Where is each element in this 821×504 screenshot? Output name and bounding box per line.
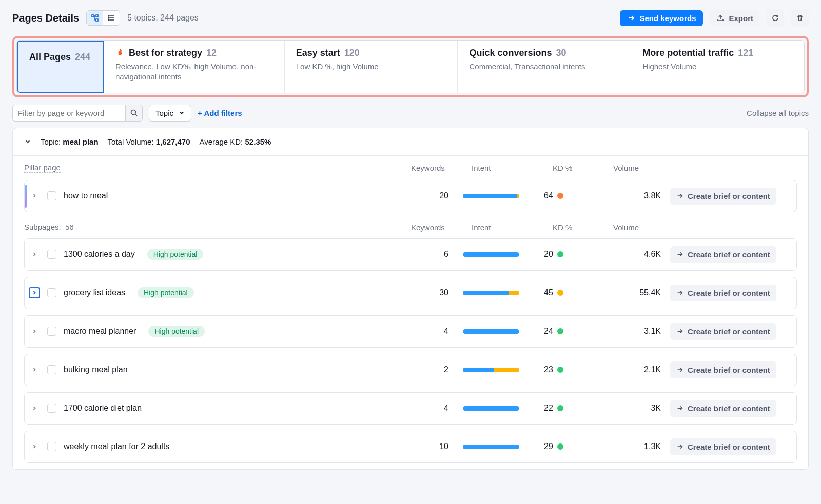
refresh-button[interactable] bbox=[767, 9, 784, 27]
table-row: 1700 calorie diet plan 4 22 3K Create br… bbox=[24, 392, 797, 425]
create-brief-button[interactable]: Create brief or content bbox=[670, 438, 776, 455]
view-tree-button[interactable] bbox=[87, 11, 103, 25]
tab-best-title: Best for strategy bbox=[129, 48, 202, 58]
tab-quick-conversions[interactable]: Quick conversions 30 Commercial, Transac… bbox=[458, 41, 631, 93]
keywords-count: 4 bbox=[402, 327, 459, 336]
expand-toggle[interactable] bbox=[29, 249, 40, 260]
kd-dot bbox=[557, 290, 563, 296]
search-input[interactable] bbox=[12, 105, 125, 122]
page-name[interactable]: grocery list ideas bbox=[64, 288, 125, 297]
chevron-right-icon bbox=[31, 328, 37, 334]
row-checkbox[interactable] bbox=[47, 442, 56, 451]
intent-bar bbox=[463, 368, 519, 372]
keywords-count: 30 bbox=[402, 288, 459, 297]
svg-rect-2 bbox=[96, 19, 98, 21]
create-brief-button[interactable]: Create brief or content bbox=[670, 400, 776, 417]
potential-tag: High potential bbox=[138, 287, 194, 298]
keywords-count: 4 bbox=[402, 404, 459, 413]
create-brief-button[interactable]: Create brief or content bbox=[670, 323, 776, 340]
trash-icon bbox=[796, 14, 804, 22]
page-name[interactable]: 1700 calorie diet plan bbox=[64, 404, 142, 413]
tab-all-title: All Pages bbox=[29, 52, 71, 63]
collapse-all-link[interactable]: Collapse all topics bbox=[747, 109, 809, 117]
col-keywords: Keywords bbox=[411, 164, 445, 172]
col-volume-2: Volume bbox=[613, 223, 639, 232]
page-name[interactable]: how to meal bbox=[64, 191, 108, 200]
potential-tag: High potential bbox=[147, 249, 204, 260]
topic-collapse-caret[interactable] bbox=[24, 138, 31, 145]
view-list-button[interactable] bbox=[103, 11, 120, 25]
col-intent: Intent bbox=[472, 164, 491, 172]
create-brief-button[interactable]: Create brief or content bbox=[670, 285, 776, 301]
col-intent-2: Intent bbox=[472, 223, 491, 232]
page-title: Pages Details bbox=[12, 12, 79, 24]
tab-best-strategy[interactable]: Best for strategy 12 Relevance, Low KD%,… bbox=[104, 41, 285, 93]
tab-all-count: 244 bbox=[75, 52, 90, 63]
kd-dot bbox=[557, 251, 563, 257]
kd-value: 20 bbox=[544, 250, 553, 259]
kd-dot bbox=[557, 328, 563, 334]
topic-total-volume: Total Volume: 1,627,470 bbox=[108, 137, 190, 146]
topic-select-label: Topic bbox=[155, 109, 173, 117]
arrow-icon bbox=[676, 328, 683, 335]
page-name[interactable]: bulking meal plan bbox=[64, 365, 128, 374]
table-row: macro meal planner High potential 4 24 3… bbox=[24, 315, 797, 348]
tree-icon bbox=[91, 14, 99, 22]
keywords-count: 2 bbox=[402, 365, 459, 374]
kd-dot bbox=[557, 193, 563, 199]
col-subpages: Subpages: bbox=[24, 223, 61, 232]
create-brief-button[interactable]: Create brief or content bbox=[670, 188, 776, 205]
pillar-row: how to meal 20 64 3.8K Create brief or c… bbox=[24, 180, 797, 212]
keywords-count: 6 bbox=[402, 250, 459, 259]
row-checkbox[interactable] bbox=[47, 404, 56, 413]
tab-all-pages[interactable]: All Pages 244 bbox=[17, 41, 104, 93]
kd-dot bbox=[557, 443, 563, 450]
topic-select[interactable]: Topic bbox=[149, 105, 191, 122]
row-checkbox[interactable] bbox=[47, 191, 56, 200]
expand-toggle[interactable] bbox=[29, 326, 40, 337]
page-name[interactable]: weekly meal plan for 2 adults bbox=[64, 442, 169, 451]
row-checkbox[interactable] bbox=[47, 288, 56, 297]
arrow-icon bbox=[676, 289, 683, 296]
topic-avg-kd: Average KD: 52.35% bbox=[200, 137, 271, 146]
kd-cell: 64 bbox=[544, 191, 600, 200]
row-checkbox[interactable] bbox=[47, 327, 56, 336]
chevron-right-icon bbox=[31, 367, 37, 373]
tab-easy-start[interactable]: Easy start 120 Low KD %, high Volume bbox=[285, 41, 458, 93]
page-name[interactable]: 1300 calories a day bbox=[64, 250, 135, 259]
send-keywords-button[interactable]: Send keywords bbox=[620, 10, 703, 26]
search-button[interactable] bbox=[125, 105, 143, 122]
svg-line-10 bbox=[135, 114, 137, 116]
expand-toggle[interactable] bbox=[29, 190, 40, 201]
expand-toggle[interactable] bbox=[29, 441, 40, 452]
expand-toggle[interactable] bbox=[29, 402, 40, 414]
tab-quick-desc: Commercial, Transactional intents bbox=[469, 62, 619, 72]
tab-quick-title: Quick conversions bbox=[469, 48, 552, 58]
page-name[interactable]: macro meal planner bbox=[64, 327, 136, 336]
row-checkbox[interactable] bbox=[47, 365, 56, 374]
delete-button[interactable] bbox=[791, 9, 809, 27]
kd-dot bbox=[557, 367, 563, 373]
search-icon bbox=[130, 109, 138, 117]
add-filters-link[interactable]: + Add filters bbox=[198, 109, 242, 117]
keywords-count: 10 bbox=[402, 442, 459, 451]
fire-icon bbox=[115, 49, 125, 58]
create-brief-label: Create brief or content bbox=[688, 192, 770, 200]
tab-best-desc: Relevance, Low KD%, high Volume, non-nav… bbox=[115, 62, 273, 83]
create-brief-label: Create brief or content bbox=[688, 442, 770, 451]
chevron-down-icon bbox=[179, 110, 185, 116]
intent-bar bbox=[463, 252, 519, 257]
create-brief-button[interactable]: Create brief or content bbox=[670, 361, 776, 378]
expand-toggle[interactable] bbox=[29, 364, 40, 375]
expand-toggle[interactable] bbox=[29, 287, 40, 298]
table-row: bulking meal plan 2 23 2.1K Create brief… bbox=[24, 354, 797, 386]
arrow-icon bbox=[676, 405, 683, 412]
export-button[interactable]: Export bbox=[710, 10, 759, 26]
create-brief-button[interactable]: Create brief or content bbox=[670, 246, 776, 263]
export-label: Export bbox=[729, 14, 753, 23]
tab-more-traffic[interactable]: More potential traffic 121 Highest Volum… bbox=[631, 41, 804, 93]
tab-quick-count: 30 bbox=[556, 48, 566, 58]
tab-easy-count: 120 bbox=[344, 48, 360, 58]
row-checkbox[interactable] bbox=[47, 250, 56, 259]
intent-bar bbox=[463, 406, 519, 411]
